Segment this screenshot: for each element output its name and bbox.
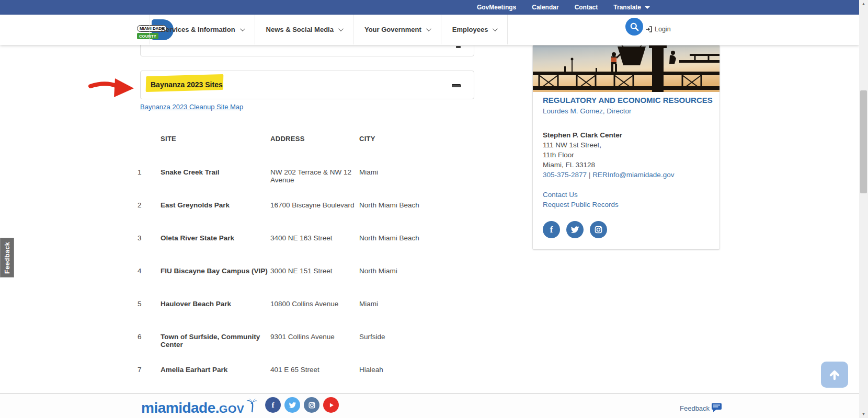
search-icon [630,22,639,31]
email-link[interactable]: RERInfo@miamidade.gov [592,171,674,179]
twitter-icon[interactable] [284,397,300,413]
table-row: 2 East Greynolds Park 16700 Biscayne Bou… [138,197,462,230]
phone-link[interactable]: 305-375-2877 [543,171,587,179]
table-row: 6 Town of Surfside, Community Center 930… [138,329,462,362]
main-navigation: Services & Information News & Social Med… [150,15,508,44]
facebook-icon[interactable]: f [543,221,560,238]
arrow-up-icon [828,368,841,381]
separator: | [589,171,591,179]
minus-icon [452,84,461,87]
back-to-top-button[interactable] [821,362,848,388]
utility-link-calendar[interactable]: Calendar [532,4,558,11]
site-header: MIAMI-DADE COUNTY Services & Information… [0,15,859,45]
search-button[interactable] [625,18,643,36]
palm-tree-icon [246,398,258,413]
footer-feedback-link[interactable]: Feedback [680,403,722,412]
scroll-up-icon[interactable]: ▲ [859,2,868,6]
col-header-address: ADDRESS [270,135,359,143]
feedback-side-tab[interactable]: Feedback [0,238,14,277]
footer-logo[interactable]: miamidade.GOV [141,398,258,416]
chevron-down-icon [493,26,498,31]
address-line: 11th Floor [543,150,674,160]
address-line: 111 NW 1st Street, [543,140,674,150]
twitter-icon[interactable] [566,221,584,238]
col-header-city: CITY [359,135,462,143]
department-title: REGULATORY AND ECONOMIC RESOURCES [543,96,713,104]
chevron-down-icon [426,26,431,31]
instagram-icon[interactable] [590,221,607,238]
scrollbar-thumb[interactable] [860,90,867,193]
sites-table: SITE ADDRESS CITY 1 Snake Creek Trail NW… [138,131,462,394]
nav-services-information[interactable]: Services & Information [150,15,255,44]
caret-down-icon [645,6,650,9]
footer-social-icons: f [265,397,339,413]
minus-icon [456,46,461,48]
table-row: 4 FIU Biscayne Bay Campus (VIP) 3000 NE … [138,263,462,296]
instagram-icon[interactable] [304,397,319,413]
address-line: Miami, FL 33128 [543,160,674,170]
request-public-records-link[interactable]: Request Public Records [543,200,619,210]
nav-news-social-media[interactable]: News & Social Media [255,15,353,44]
utility-link-contact[interactable]: Contact [575,4,598,11]
phone-email-line: 305-375-2877 | RERInfo@miamidade.gov [543,170,674,180]
utility-link-govmeetings[interactable]: GovMeetings [477,4,516,11]
accordion-baynanza-sites[interactable]: Baynanza 2023 Sites [140,71,474,99]
department-address: Stephen P. Clark Center 111 NW 1st Stree… [543,130,674,180]
cleanup-site-map-link[interactable]: Baynanza 2023 Cleanup Site Map [140,103,243,111]
table-row: 1 Snake Creek Trail NW 202 Terrace & NW … [138,164,462,197]
red-arrow-annotation [88,76,136,101]
login-button[interactable]: Login [645,26,671,33]
youtube-icon[interactable] [323,397,339,413]
department-social-icons: f [543,221,607,238]
translate-menu[interactable]: Translate [613,4,650,11]
department-photo [533,45,719,92]
table-row: 5 Haulover Beach Park 10800 Collins Aven… [138,296,462,329]
department-links: Contact Us Request Public Records [543,190,619,210]
building-name: Stephen P. Clark Center [543,130,674,140]
department-director: Lourdes M. Gomez, Director [543,107,632,115]
table-header-row: SITE ADDRESS CITY [138,131,462,164]
contact-us-link[interactable]: Contact Us [543,190,619,200]
table-row: 7 Amelia Earhart Park 401 E 65 Street Hi… [138,362,462,394]
chevron-down-icon [338,26,344,31]
chevron-down-icon [240,26,245,31]
facebook-icon[interactable]: f [265,397,281,413]
nav-your-government[interactable]: Your Government [353,15,441,44]
scroll-down-icon[interactable]: ▼ [859,412,868,416]
chat-bubble-icon [711,403,722,412]
nav-employees[interactable]: Employees [441,15,508,44]
page-root: GovMeetings Calendar Contact Translate M… [0,0,868,418]
scrollbar[interactable]: ▲ ▼ [859,0,868,418]
department-contact-card: REGULATORY AND ECONOMIC RESOURCES Lourde… [532,45,720,250]
table-row: 3 Oleta River State Park 3400 NE 163 Str… [138,230,462,263]
col-header-site: SITE [161,135,270,143]
accordion-title: Baynanza 2023 Sites [151,80,223,89]
utility-bar: GovMeetings Calendar Contact Translate [0,0,859,15]
site-footer: miamidade.GOV f Feedback [0,393,859,418]
login-icon [645,26,653,33]
